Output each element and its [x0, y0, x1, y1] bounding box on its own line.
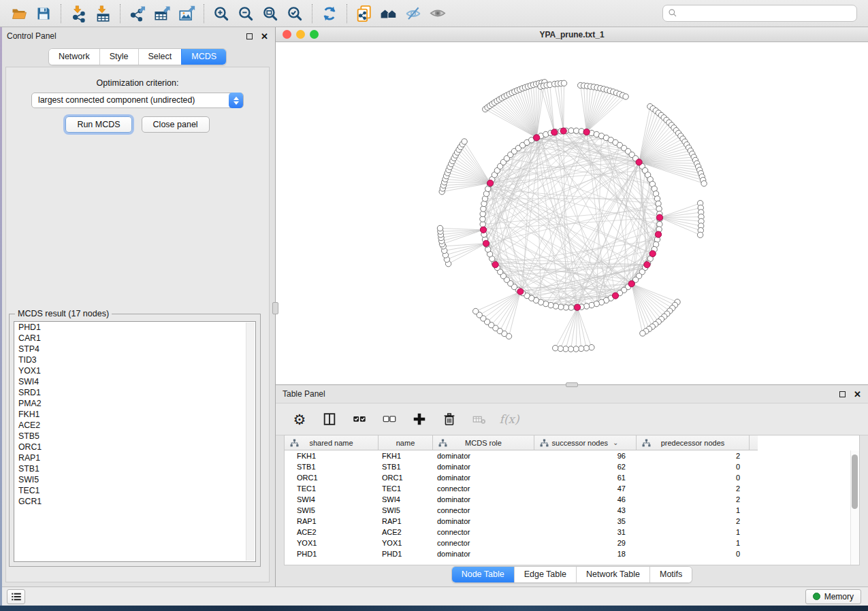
- mcds-result-item[interactable]: GCR1: [14, 496, 255, 507]
- mcds-hub-node[interactable]: [575, 304, 581, 310]
- tab-style[interactable]: Style: [99, 49, 138, 65]
- mcds-hub-node[interactable]: [649, 250, 656, 257]
- network-node[interactable]: [558, 346, 563, 351]
- zoom-in-button[interactable]: [209, 3, 234, 24]
- first-neighbors-button[interactable]: [376, 3, 401, 24]
- export-network-button[interactable]: [125, 3, 150, 24]
- hide-selected-button[interactable]: [401, 3, 425, 24]
- network-node[interactable]: [437, 225, 443, 231]
- mcds-result-item[interactable]: SWI4: [14, 376, 255, 387]
- cell-predecessors[interactable]: 2: [637, 494, 750, 505]
- cell-name[interactable]: PHD1: [379, 548, 433, 559]
- cell-role[interactable]: dominator: [433, 516, 534, 527]
- mcds-result-item[interactable]: TEC1: [14, 485, 255, 496]
- cell-shared_name[interactable]: PHD1: [285, 548, 379, 559]
- cell-name[interactable]: ACE2: [379, 527, 433, 538]
- cell-shared_name[interactable]: STB1: [285, 461, 379, 472]
- run-mcds-button[interactable]: Run MCDS: [65, 116, 131, 133]
- splitter-handle[interactable]: [272, 302, 278, 314]
- close-panel-icon[interactable]: ✕: [854, 390, 861, 399]
- select-all-rows-button[interactable]: [349, 409, 370, 429]
- cell-successors[interactable]: 46: [534, 494, 637, 505]
- export-table-button[interactable]: [150, 3, 174, 24]
- table-settings-button[interactable]: ⚙: [289, 409, 310, 429]
- mcds-result-item[interactable]: STB5: [14, 431, 255, 442]
- mcds-result-item[interactable]: PHD1: [14, 322, 255, 333]
- save-session-button[interactable]: [31, 3, 56, 24]
- import-network-button[interactable]: [66, 3, 91, 24]
- mcds-result-item[interactable]: PMA2: [14, 398, 255, 409]
- cell-predecessors[interactable]: 1: [637, 527, 750, 538]
- cell-shared_name[interactable]: YOX1: [285, 538, 379, 548]
- open-network-button[interactable]: [7, 3, 31, 24]
- cell-role[interactable]: dominator: [433, 450, 534, 461]
- cell-shared_name[interactable]: TEC1: [285, 483, 379, 494]
- network-node[interactable]: [462, 139, 467, 144]
- column-header-shared-name[interactable]: shared name: [285, 435, 379, 450]
- cell-role[interactable]: dominator: [433, 548, 534, 559]
- cell-role[interactable]: connector: [433, 527, 534, 538]
- mcds-result-item[interactable]: TID3: [14, 354, 255, 365]
- table-tab-motifs[interactable]: Motifs: [649, 567, 692, 582]
- cell-predecessors[interactable]: 2: [637, 483, 750, 494]
- window-zoom-traffic-light[interactable]: [310, 30, 319, 39]
- mcds-result-item[interactable]: FKH1: [14, 409, 255, 420]
- cell-predecessors[interactable]: 1: [637, 538, 750, 548]
- table-scrollbar-thumb[interactable]: [852, 455, 858, 509]
- refresh-view-button[interactable]: [317, 3, 342, 24]
- show-panels-list-button[interactable]: [7, 589, 25, 604]
- network-node[interactable]: [701, 181, 707, 186]
- close-panel-icon[interactable]: ✕: [261, 32, 268, 41]
- mcds-result-item[interactable]: RAP1: [14, 452, 255, 463]
- network-node[interactable]: [583, 346, 589, 351]
- network-from-selection-button[interactable]: [352, 3, 376, 24]
- mcds-hub-node[interactable]: [560, 128, 566, 134]
- cell-role[interactable]: dominator: [433, 494, 534, 505]
- window-close-traffic-light[interactable]: [283, 30, 291, 39]
- mcds-hub-node[interactable]: [483, 240, 489, 246]
- splitter-handle[interactable]: [566, 382, 578, 387]
- table-row[interactable]: FKH1FKH1dominator962: [285, 450, 859, 461]
- cell-predecessors[interactable]: 2: [637, 516, 750, 527]
- import-table-button[interactable]: [91, 3, 115, 24]
- mcds-list-scrollbar[interactable]: [246, 323, 255, 561]
- cell-name[interactable]: RAP1: [379, 516, 433, 527]
- zoom-fit-button[interactable]: [258, 3, 283, 24]
- mcds-hub-node[interactable]: [480, 227, 486, 233]
- table-row[interactable]: PHD1PHD1dominator180: [285, 548, 859, 559]
- network-node[interactable]: [640, 331, 645, 336]
- cell-role[interactable]: connector: [433, 538, 534, 548]
- mcds-hub-node[interactable]: [644, 261, 650, 267]
- table-row[interactable]: STB1STB1dominator620: [285, 461, 859, 472]
- cell-predecessors[interactable]: 1: [637, 505, 750, 516]
- network-node[interactable]: [623, 94, 628, 99]
- cell-role[interactable]: connector: [433, 505, 534, 516]
- mcds-result-item[interactable]: STB1: [14, 463, 255, 474]
- mcds-result-list[interactable]: PHD1CAR1STP4TID3YOX1SWI4SRD1PMA2FKH1ACE2…: [14, 321, 256, 562]
- create-column-button[interactable]: [409, 409, 430, 429]
- network-graph[interactable]: [276, 42, 867, 384]
- cell-successors[interactable]: 62: [534, 461, 637, 472]
- table-tab-node-table[interactable]: Node Table: [452, 567, 514, 582]
- cell-name[interactable]: ORC1: [379, 472, 433, 483]
- zoom-selected-button[interactable]: [283, 3, 307, 24]
- cell-name[interactable]: FKH1: [379, 450, 433, 461]
- cell-predecessors[interactable]: 0: [637, 472, 750, 483]
- cell-successors[interactable]: 61: [534, 472, 637, 483]
- cell-shared_name[interactable]: FKH1: [285, 450, 379, 461]
- table-row[interactable]: SWI4SWI4dominator462: [285, 494, 859, 505]
- table-row[interactable]: YOX1YOX1connector291: [285, 538, 859, 548]
- table-row[interactable]: TEC1TEC1connector472: [285, 483, 859, 494]
- column-header-mcds-role[interactable]: MCDS role: [433, 435, 534, 450]
- cell-predecessors[interactable]: 0: [637, 548, 750, 559]
- cell-role[interactable]: connector: [433, 483, 534, 494]
- table-row[interactable]: ORC1ORC1dominator610: [285, 472, 859, 483]
- cell-shared_name[interactable]: SWI5: [285, 505, 379, 516]
- column-header-predecessor-nodes[interactable]: predecessor nodes: [637, 435, 750, 450]
- zoom-out-button[interactable]: [234, 3, 258, 24]
- float-panel-icon[interactable]: [839, 391, 846, 397]
- tab-mcds[interactable]: MCDS: [181, 49, 226, 65]
- cell-role[interactable]: dominator: [433, 472, 534, 483]
- cell-successors[interactable]: 43: [534, 505, 637, 516]
- mcds-result-item[interactable]: SWI5: [14, 474, 255, 485]
